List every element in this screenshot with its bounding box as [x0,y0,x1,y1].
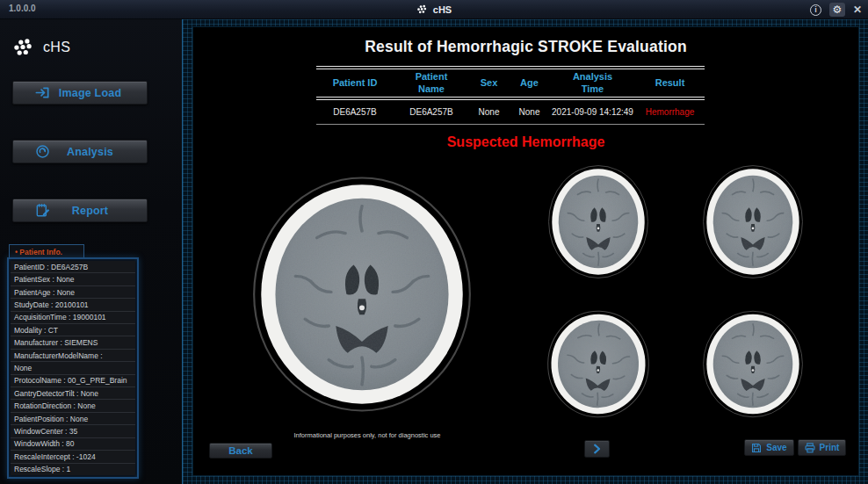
image-load-button[interactable]: Image Load [12,81,148,105]
cell-patient-id: DE6A257B [316,107,394,117]
image-load-label: Image Load [51,87,129,99]
cell-age: None [509,107,550,117]
patient-info-row: Manufacturer : SIEMENS [11,336,135,349]
patient-info-row: RescaleIntercept : -1024 [11,451,135,463]
patient-info-tab[interactable]: • Patient Info. [9,244,84,258]
info-icon[interactable]: i [810,4,821,16]
cell-patient-name: DE6A257B [394,107,469,117]
save-label: Save [766,443,786,452]
print-label: Print [820,443,840,452]
cell-analysis-time: 2021-09-09 14:12:49 [550,107,635,117]
patient-info-row: AcquisitionTime : 19000101 [11,312,135,324]
table-header-row: Patient ID Patient Name Sex Age Analysis… [316,69,705,97]
ct-thumbnail-2[interactable] [698,161,807,283]
patient-info-row: WindowCenter : 35 [11,425,135,437]
chs-app-window: 1.0.0.0 cHS i ⚙ ✕ cHS Image Load [0,0,868,484]
image-load-icon [34,84,51,101]
patient-info-row: PatientSex : None [11,273,135,285]
patient-info-row: PatientPosition : None [11,413,135,425]
back-button[interactable]: Back [209,443,272,459]
chevron-right-icon [593,444,601,454]
chs-logo-icon [416,4,428,15]
settings-gear-icon[interactable]: ⚙ [829,3,845,17]
patient-info-row: WindowWidth : 80 [11,438,135,451]
finding-label: Suspected Hemorrhage [193,134,858,150]
chs-logo-icon [12,38,33,56]
app-logo-text: cHS [43,40,70,55]
ct-thumbnail-3[interactable] [541,305,655,423]
print-button[interactable]: Print [798,439,846,456]
patient-info-row: GantryDetectorTilt : None [11,387,135,400]
col-result: Result [635,77,705,89]
report-icon [34,202,51,219]
cell-result: Hemorrhage [635,107,705,117]
disclaimer-text: Informational purposes only, not for dia… [209,431,525,439]
print-icon [805,443,815,453]
patient-info-row: None [11,362,135,374]
col-age: Age [509,77,550,89]
col-patient-name: Patient Name [394,71,469,94]
patient-info-row: StudyDate : 20100101 [11,299,135,311]
cell-sex: None [469,107,509,117]
save-icon [751,443,762,453]
report-button[interactable]: Report [12,199,148,222]
patient-info-panel: • Patient Info. PatientID : DE6A257B Pat… [7,244,139,479]
page-title: Result of Hemorrhagic STROKE Evaluation [193,38,858,56]
col-patient-id: Patient ID [316,77,394,89]
sidebar: cHS Image Load Analysis [0,19,182,484]
ct-image-main [243,168,481,421]
report-label: Report [51,205,129,217]
result-panel: Result of Hemorrhagic STROKE Evaluation … [192,26,859,476]
back-label: Back [228,445,253,456]
col-sex: Sex [469,77,509,89]
patient-info-row: ManufacturerModelName : [11,350,135,362]
ct-thumbnail-4[interactable] [698,307,807,422]
patient-info-row: PatientID : DE6A257B [11,261,135,273]
main-area: Result of Hemorrhagic STROKE Evaluation … [182,19,868,484]
window-title: cHS [0,0,868,19]
analysis-icon [34,143,51,160]
table-divider [316,124,705,125]
close-icon[interactable]: ✕ [853,4,862,16]
window-title-text: cHS [433,4,452,15]
table-row: DE6A257B DE6A257B None None 2021-09-09 1… [316,100,705,124]
patient-info-row: RotationDirection : None [11,400,135,412]
patient-info-list: PatientID : DE6A257B PatientSex : None P… [7,257,139,479]
patient-info-row: Modality : CT [11,324,135,336]
save-button[interactable]: Save [744,439,794,456]
titlebar-controls: i ⚙ ✕ [810,0,862,19]
result-table: Patient ID Patient Name Sex Age Analysis… [316,66,705,125]
patient-info-row: RescaleSlope : 1 [11,464,135,475]
ct-thumbnail-1[interactable] [544,161,653,283]
next-button[interactable] [584,440,610,458]
col-analysis-time: Analysis Time [550,71,635,94]
patient-info-row: ProtocolName : 00_G_PRE_Brain [11,375,135,387]
analysis-button[interactable]: Analysis [12,140,148,163]
analysis-label: Analysis [51,146,129,158]
patient-info-row: PatientAge : None [11,286,135,299]
title-bar: 1.0.0.0 cHS i ⚙ ✕ [0,0,868,19]
app-logo: cHS [12,38,70,56]
